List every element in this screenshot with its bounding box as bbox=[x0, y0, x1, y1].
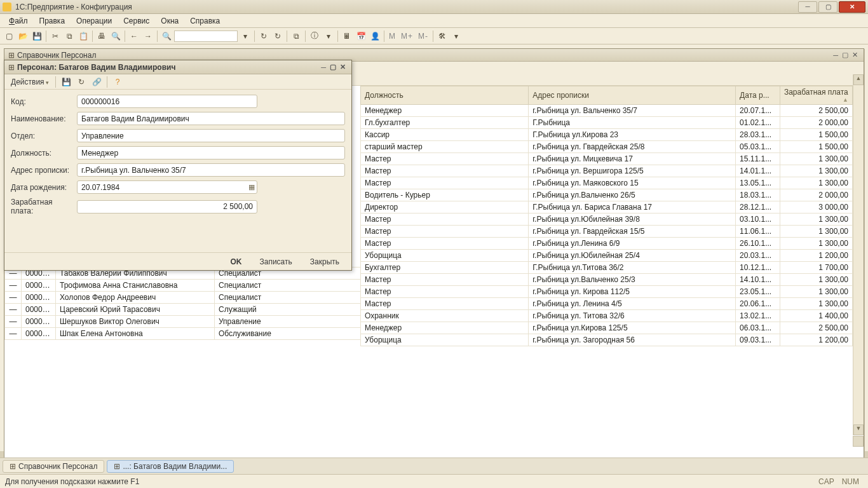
window-minimize-button[interactable]: ─ bbox=[798, 1, 817, 13]
table-row[interactable]: Мастерг.Рыбница ул.Юбилейная 39/803.10.1… bbox=[361, 214, 853, 226]
table-row[interactable]: —00000...Царевский Юрий ТарасовичСлужащи… bbox=[5, 304, 361, 316]
vertical-scrollbar[interactable]: ▲ ▼ bbox=[853, 74, 864, 435]
calc-icon[interactable]: 🖩 bbox=[341, 30, 353, 43]
titlebar: 1С:Предприятие - Конфигурация ─ ▢ ✕ bbox=[0, 0, 868, 14]
refresh-icon[interactable]: ↻ bbox=[257, 30, 270, 43]
memory-mplus[interactable]: M+ bbox=[399, 32, 415, 41]
pos-field[interactable]: Менеджер bbox=[77, 146, 345, 159]
ok-button[interactable]: OK bbox=[224, 255, 249, 268]
table-row[interactable]: Мастерг.Рыбница ул. Мицкевича 1715.11.1.… bbox=[361, 153, 853, 165]
info-icon[interactable]: ⓘ bbox=[308, 30, 321, 43]
addr-field[interactable]: г.Рыбница ул. Вальченко 35/7 bbox=[77, 163, 345, 177]
write-button[interactable]: Записать bbox=[253, 255, 299, 268]
table-row[interactable]: Мастерг.Рыбница ул. Ленина 4/520.06.1...… bbox=[361, 298, 853, 310]
table-row[interactable]: Мастерг.Рыбница ул. Вершигора 125/514.01… bbox=[361, 165, 853, 177]
dept-label: Отдел: bbox=[11, 132, 77, 140]
table-row[interactable]: —00000...Холопов Федор АндреевичСпециали… bbox=[5, 292, 361, 304]
window-maximize-button[interactable]: ▢ bbox=[818, 1, 837, 13]
table-row[interactable]: Уборщицаг.Рыбница ул.Юбилейная 25/420.03… bbox=[361, 250, 853, 262]
print-icon[interactable]: 🖶 bbox=[95, 30, 108, 43]
preview-icon[interactable]: 🔍 bbox=[109, 30, 122, 43]
code-field[interactable]: 000000016 bbox=[77, 95, 257, 108]
dlg-refresh-icon[interactable]: ↻ bbox=[75, 76, 88, 88]
table-row[interactable]: ДиректорГ.Рыбница ул. Бариса Главана 172… bbox=[361, 201, 853, 214]
search-input[interactable] bbox=[174, 30, 238, 42]
save-icon[interactable]: 💾 bbox=[31, 30, 43, 43]
list-close-icon[interactable]: ✕ bbox=[850, 51, 860, 59]
workspace: ⊞ Справочник Персонал ─ ▢ ✕ Де Должность… bbox=[0, 44, 868, 451]
cut-icon[interactable]: ✂ bbox=[49, 30, 62, 43]
table-row[interactable]: Охранникг.Рыбница ул. Титова 32/613.02.1… bbox=[361, 310, 853, 322]
table-row[interactable]: —00000...Трофимова Анна СтаниславовнаСпе… bbox=[5, 280, 361, 292]
list-minimize-icon[interactable]: ─ bbox=[831, 51, 840, 59]
table-row[interactable]: старший мастерг.Рыбница ул. Гвардейская … bbox=[361, 141, 853, 153]
dialog-close-icon[interactable]: ✕ bbox=[338, 63, 348, 71]
personnel-grid[interactable]: Должность Адрес прописки Дата р... Зараб… bbox=[360, 86, 853, 346]
col-position[interactable]: Должность bbox=[361, 86, 529, 105]
dropdown-icon[interactable]: ▾ bbox=[239, 30, 252, 43]
table-row[interactable]: Мастерг.Рыбница ул. Маяковского 1513.05.… bbox=[361, 177, 853, 189]
menu-windows[interactable]: Окна bbox=[156, 15, 184, 27]
dialog-maximize-icon[interactable]: ▢ bbox=[328, 63, 338, 71]
menu-file[interactable]: Файл bbox=[4, 15, 33, 27]
code-label: Код: bbox=[11, 97, 77, 106]
paste-icon[interactable]: 📋 bbox=[77, 30, 90, 43]
table-row[interactable]: Уборщицаг.Рыбница ул. Загородная 5609.03… bbox=[361, 334, 853, 346]
open-icon[interactable]: 📂 bbox=[17, 30, 29, 43]
user-icon[interactable]: 👤 bbox=[369, 30, 381, 43]
personnel-grid-left[interactable]: —00000...Табаков Валерий ФилипповичСпеци… bbox=[4, 267, 361, 340]
zoom-icon[interactable]: 🔍 bbox=[160, 30, 173, 43]
copy-icon[interactable]: ⧉ bbox=[63, 30, 76, 43]
name-field[interactable]: Батагов Вадим Владимирович bbox=[77, 112, 345, 125]
memory-m[interactable]: M bbox=[387, 32, 398, 41]
calendar-icon[interactable]: 📅 bbox=[355, 30, 367, 43]
scroll-up-icon[interactable]: ▲ bbox=[853, 74, 864, 85]
table-row[interactable]: Водитель - Курьерг.Рыбница ул.Вальченко … bbox=[361, 189, 853, 201]
dept-field[interactable]: Управление bbox=[77, 129, 345, 142]
calendar-picker-icon[interactable]: ▦ bbox=[248, 183, 255, 191]
table-row[interactable]: Мастерг.Рыбница ул. Гвардейская 15/511.0… bbox=[361, 226, 853, 238]
dob-field[interactable]: 20.07.1984 ▦ bbox=[77, 180, 257, 194]
menu-edit[interactable]: Правка bbox=[34, 15, 71, 27]
dlg-link-icon[interactable]: 🔗 bbox=[90, 76, 103, 88]
table-row[interactable]: —00000...Шершуков Виктор ОлеговичУправле… bbox=[5, 316, 361, 328]
col-address[interactable]: Адрес прописки bbox=[529, 86, 736, 105]
pos-label: Должность: bbox=[11, 149, 77, 158]
memory-mminus[interactable]: M- bbox=[416, 32, 430, 41]
new-icon[interactable]: ▢ bbox=[3, 30, 15, 43]
menu-service[interactable]: Сервис bbox=[118, 15, 154, 27]
table-row[interactable]: Мастерг.Рыбница ул.Вальченко 25/314.10.1… bbox=[361, 274, 853, 286]
col-salary[interactable]: Зарабатная плата bbox=[780, 86, 852, 105]
table-row[interactable]: Менеджерг.Рыбница ул.Кирова 125/506.03.1… bbox=[361, 322, 853, 334]
table-row[interactable]: КассирГ.Рыбница ул.Кирова 2328.03.1...1 … bbox=[361, 129, 853, 141]
menu-help[interactable]: Справка bbox=[185, 15, 225, 27]
dialog-titlebar[interactable]: ⊞ Персонал: Батагов Вадим Владимирович ─… bbox=[4, 60, 351, 74]
list-maximize-icon[interactable]: ▢ bbox=[840, 51, 850, 59]
table-row[interactable]: Гл.бухгалтерГ.Рыбница01.02.1...2 000,00 bbox=[361, 117, 853, 129]
main-toolbar: ▢ 📂 💾 ✂ ⧉ 📋 🖶 🔍 ← → 🔍 ▾ ↻ ↻ ⧉ ⓘ ▾ 🖩 📅 👤 … bbox=[0, 28, 868, 44]
scroll-down-icon[interactable]: ▼ bbox=[853, 424, 864, 435]
back-icon[interactable]: ← bbox=[128, 30, 140, 43]
windows-icon[interactable]: ⧉ bbox=[290, 30, 302, 43]
close-button[interactable]: Закрыть bbox=[303, 255, 346, 268]
tools-icon[interactable]: 🛠 bbox=[436, 30, 449, 43]
dlg-help-icon[interactable]: ? bbox=[111, 76, 124, 88]
table-row[interactable]: Мастерг.Рыбница ул.Ленина 6/926.10.1...1… bbox=[361, 238, 853, 250]
menu-operations[interactable]: Операции bbox=[71, 15, 117, 27]
task-tab-dialog[interactable]: ⊞ ...: Батагов Вадим Владими... bbox=[107, 460, 234, 473]
dialog-minimize-icon[interactable]: ─ bbox=[319, 64, 328, 71]
table-row[interactable]: Менеджерг.Рыбница ул. Вальченко 35/720.0… bbox=[361, 105, 853, 117]
info-drop-icon[interactable]: ▾ bbox=[322, 30, 335, 43]
actions-menu[interactable]: Действия bbox=[8, 76, 51, 88]
sal-field[interactable]: 2 500,00 bbox=[77, 200, 257, 214]
forward-icon[interactable]: → bbox=[142, 30, 154, 43]
table-row[interactable]: БухгалтерГ.Рыбница ул.Титова 36/210.12.1… bbox=[361, 262, 853, 274]
col-birthdate[interactable]: Дата р... bbox=[736, 86, 780, 105]
dlg-save-icon[interactable]: 💾 bbox=[60, 76, 72, 88]
window-close-button[interactable]: ✕ bbox=[839, 1, 865, 13]
tools-drop-icon[interactable]: ▾ bbox=[450, 30, 463, 43]
table-row[interactable]: Мастерг.Рыбница ул. Кирова 112/523.05.1.… bbox=[361, 286, 853, 298]
task-tab-list[interactable]: ⊞ Справочник Персонал bbox=[3, 460, 104, 473]
find-next-icon[interactable]: ↻ bbox=[271, 30, 284, 43]
table-row[interactable]: —00000...Шпак Елена АнтоновнаОбслуживани… bbox=[5, 328, 361, 340]
